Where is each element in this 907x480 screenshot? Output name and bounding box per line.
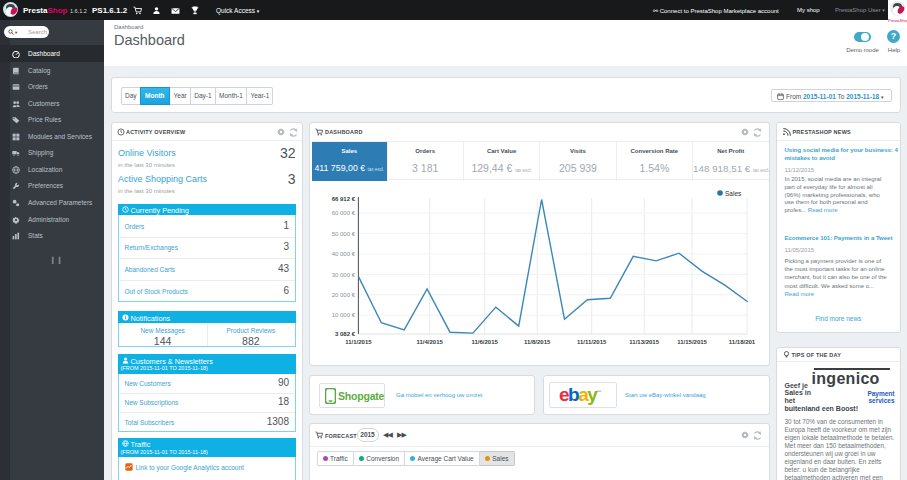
svg-text:11/15/2015: 11/15/2015	[677, 339, 707, 345]
svg-text:3 082 €: 3 082 €	[335, 331, 356, 337]
svg-text:11/4/2015: 11/4/2015	[417, 339, 444, 345]
svg-text:60 000 €: 60 000 €	[332, 210, 356, 216]
svg-text:66 912 €: 66 912 €	[332, 196, 356, 202]
svg-text:11/18/201: 11/18/201	[729, 339, 756, 345]
svg-text:11/1/2015: 11/1/2015	[345, 339, 372, 345]
svg-text:11/13/2015: 11/13/2015	[629, 339, 659, 345]
svg-text:Sales: Sales	[725, 190, 742, 197]
svg-text:30 000 €: 30 000 €	[332, 272, 356, 278]
svg-text:40 000 €: 40 000 €	[332, 251, 356, 257]
svg-text:10 000 €: 10 000 €	[332, 312, 356, 318]
svg-text:50 000 €: 50 000 €	[332, 231, 356, 237]
svg-text:20 000 €: 20 000 €	[332, 292, 356, 298]
svg-text:11/11/2015: 11/11/2015	[577, 339, 607, 345]
svg-text:11/6/2015: 11/6/2015	[472, 339, 499, 345]
svg-text:11/8/2015: 11/8/2015	[524, 339, 551, 345]
